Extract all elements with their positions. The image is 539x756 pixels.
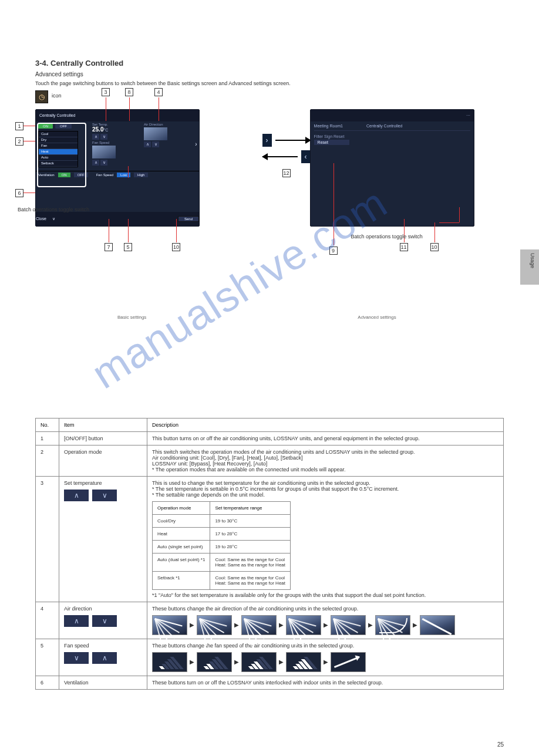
r2-l0: This switch switches the operation modes… [152,449,498,455]
fan-speed-img [92,146,116,158]
bottom-labels-row: Basic settings Advanced settings [117,315,539,320]
r6-no: 6 [36,676,59,689]
s4b: Cool: Same as the range for Cool Heat: S… [210,571,291,589]
s3a: Auto (dual set point) *1 [153,553,210,571]
temp-up[interactable]: ∧ [92,134,99,140]
page-next-chevron[interactable]: › [193,122,199,167]
fan4-icon [286,652,321,672]
r1-no: 1 [36,431,59,445]
on-button[interactable]: ON [38,124,53,129]
temp-down[interactable]: ∨ [100,134,107,140]
fan-speed-sequence: ▶ ▶ ▶ ▶ [152,652,498,672]
redline-5s [128,166,129,178]
air-dir-tile: Air Direction ∧∨ [144,123,191,147]
mode-heat[interactable]: Heat [39,149,78,155]
mode-fan[interactable]: Fan [39,143,78,149]
air-up-icon: ∧ [64,615,89,627]
nav-left-icon[interactable]: ‹ [301,150,311,163]
redline-5 [128,219,129,242]
section-heading: 3-4. Centrally Controlled Advanced setti… [35,59,504,88]
r3-item: Set temperature ∧ ∨ [59,476,147,602]
mode-cool[interactable]: Cool [39,131,78,137]
num-11: 11 [400,243,408,251]
r4-desc: These buttons change the air direction o… [147,602,504,639]
mode-auto[interactable]: Auto [39,155,78,161]
temp-down-icon: ∨ [92,490,117,501]
r2-l1: Air conditioning unit: [Cool], [Dry], [F… [152,455,498,461]
air-arrow-icons: ∧ ∨ [64,615,142,627]
fan-down-icon: ∨ [64,652,89,664]
bottom-strip: Ventilation ON OFF Fan Speed Low High [36,171,199,178]
mode-setback[interactable]: Setback [39,161,78,167]
r1-desc: This button turns on or off the air cond… [147,431,504,445]
num-7: 7 [105,243,113,251]
redline-1 [23,126,35,126]
left-shot-wrap: ◷ icon Centrally Controlled ON OFF Cool [35,93,287,227]
off-button[interactable]: OFF [55,124,72,129]
table-row: 1 [ON/OFF] button This button turns on o… [36,431,504,445]
num-8: 8 [125,88,133,96]
th-no: No. [36,418,59,431]
r3-l2: * The settable range depends on the unit… [152,492,498,498]
r4-no: 4 [36,602,59,639]
r2-desc: This switch switches the operation modes… [147,445,504,476]
s0b: 19 to 30°C [210,514,291,527]
description-table: No. Item Description 1 [ON/OFF] button T… [35,418,504,690]
fan2-icon [197,652,232,672]
r5-desc-text: These buttons change the fan speed of th… [152,643,498,649]
tab-left[interactable]: Meeting Room1 [314,124,343,128]
air-down[interactable]: ∨ [152,141,159,147]
r5-item: Fan speed ∨ ∧ [59,639,147,676]
r3-no: 3 [36,476,59,602]
label-advanced: Advanced settings [358,315,396,320]
side-tab-label: Usage [530,253,535,268]
air-dir-label: Air Direction [144,123,191,126]
r4-desc-text: These buttons change the air direction o… [152,606,498,612]
redline-10rh [439,222,459,223]
r5-no: 5 [36,639,59,676]
num-1: 1 [15,122,23,130]
s2a: Auto (single set point) [153,540,210,553]
r3-desc: This is used to change the set temperatu… [147,476,504,602]
sub-h-mode: Operation mode [153,501,210,514]
toggle-label-right: Batch operations toggle switch [351,234,423,239]
redline-4 [159,97,159,121]
tab-right[interactable]: Centrally Controlled [366,124,402,128]
r3-note: *1 "Auto" for the set temperature is ava… [152,592,498,598]
range-subtable: Operation modeSet temperature range Cool… [152,501,291,590]
vent-off[interactable]: OFF [74,173,88,177]
right-shot-wrap: ⋯ Meeting Room1 Centrally Controlled Fil… [310,93,504,227]
air-down-icon: ∨ [92,615,117,627]
redline-7 [109,219,109,242]
section-number: 3-4. [35,59,48,68]
redline-3 [106,97,106,121]
s3b: Cool: Same as the range for Cool Heat: S… [210,553,291,571]
set-temp-tile: Set Temp. 25.0°C ∧∨ [92,123,139,140]
fs-high[interactable]: High [134,173,148,177]
fan-up[interactable]: ∧ [92,160,99,166]
close-label-left[interactable]: Close [36,217,46,221]
toggle-label-left: Batch operations toggle switch [18,207,89,212]
th-desc: Description [147,418,504,431]
air-direction-sequence: ▶ ▶ ▶ ▶ ▶ ▶ [152,615,498,635]
s0a: Cool/Dry [153,514,210,527]
r6-item: Ventilation [59,676,147,689]
num-10r: 10 [430,243,439,251]
air-angle5-icon [331,615,366,635]
temp-arrow-icons: ∧ ∨ [64,490,142,501]
set-temp-value: 25.0 [92,126,103,133]
air-up[interactable]: ∧ [144,141,151,147]
table-row: 4 Air direction ∧ ∨ These buttons change… [36,602,504,639]
table-row: 5 Fan speed ∨ ∧ These buttons change the… [36,639,504,676]
fan-down[interactable]: ∨ [100,160,107,166]
mode-dry[interactable]: Dry [39,137,78,143]
redline-8v [129,97,130,121]
mode-list: Cool Dry Fan Heat Auto Setback [38,131,78,167]
num-9: 9 [329,247,338,255]
r2-item: Operation mode [59,445,147,476]
table-wrap: No. Item Description 1 [ON/OFF] button T… [35,418,504,690]
redline-6 [23,193,35,193]
table-row: 6 Ventilation These buttons turn on or o… [36,676,504,689]
send-left[interactable]: Send [178,216,199,222]
vent-on[interactable]: ON [58,173,70,177]
